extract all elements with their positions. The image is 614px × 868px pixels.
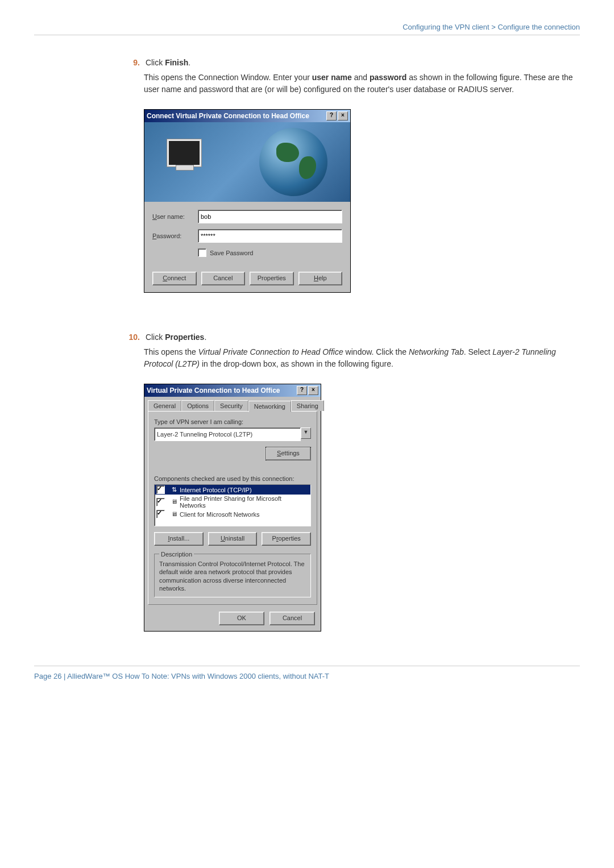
tcpip-label: Internet Protocol (TCP/IP) [180, 487, 252, 493]
properties-dialog-titlebar: Virtual Private Connection to Head Offic… [144, 384, 321, 397]
step-9-prefix: Click [146, 58, 165, 67]
step-9-body: This opens the Connection Window. Enter … [144, 72, 580, 95]
properties-dialog-title: Virtual Private Connection to Head Offic… [147, 387, 296, 394]
help-button[interactable]: Help [298, 272, 343, 285]
component-button-row: Install... Uninstall Properties [154, 532, 311, 546]
tab-sharing[interactable]: Sharing [291, 400, 324, 411]
networking-tab-content: Type of VPN server I am calling: Layer-2… [148, 411, 317, 605]
components-label: Components checked are used by this conn… [154, 475, 311, 482]
close-icon[interactable]: × [338, 111, 348, 121]
step-10-number: 10. [125, 333, 140, 342]
fileprint-label: File and Printer Sharing for Microsoft N… [180, 495, 309, 509]
step-10-body-b: Virtual Private Connection to Head Offic… [198, 347, 343, 356]
save-password-label: Save Password [210, 250, 253, 256]
tab-security[interactable]: Security [214, 400, 248, 411]
vpn-type-dropdown-row: Layer-2 Tunneling Protocol (L2TP) ▼ [154, 427, 311, 441]
vpn-type-dropdown[interactable]: Layer-2 Tunneling Protocol (L2TP) [154, 427, 301, 441]
username-label: User name: [152, 213, 198, 220]
step-10-body-e: . Select [464, 347, 493, 356]
password-label: Password: [152, 232, 198, 239]
step-9-heading: 9. Click Finish. [125, 58, 580, 67]
chevron-down-icon[interactable]: ▼ [301, 427, 311, 439]
service-icon: 🖥 [170, 498, 178, 506]
description-label: Description [159, 550, 194, 558]
tab-networking[interactable]: Networking [248, 401, 291, 412]
step-10-body-a: This opens the [144, 347, 198, 356]
step-10-body: This opens the Virtual Private Connectio… [144, 346, 580, 370]
connect-dialog-buttons: Connect Cancel Properties Help [144, 267, 350, 292]
step-10-suffix: . [204, 333, 206, 342]
properties-tabs: General Options Security Networking Shar… [144, 397, 321, 411]
step-10-bold: Properties [165, 333, 204, 342]
connect-dialog-body: User name: Password: Save Password [144, 202, 350, 267]
fileprint-checkbox[interactable] [156, 498, 165, 506]
properties-button[interactable]: Properties [250, 272, 294, 285]
client-label: Client for Microsoft Networks [180, 511, 260, 518]
settings-button[interactable]: Settings [265, 447, 311, 460]
ok-button[interactable]: OK [219, 612, 264, 625]
username-input[interactable] [198, 210, 342, 223]
vpn-type-label: Type of VPN server I am calling: [154, 418, 311, 425]
component-fileprint[interactable]: 🖥 File and Printer Sharing for Microsoft… [155, 495, 310, 509]
step-9-bold: Finish [165, 58, 188, 67]
client-checkbox[interactable] [156, 510, 165, 518]
cancel-button[interactable]: Cancel [201, 272, 246, 285]
connect-dialog-titlebar: Connect Virtual Private Connection to He… [144, 110, 350, 122]
close-icon[interactable]: × [308, 386, 318, 395]
install-button[interactable]: Install... [154, 532, 204, 546]
step-9-body-c: and [352, 73, 370, 82]
components-list[interactable]: ⇅ Internet Protocol (TCP/IP) 🖥 File and … [154, 484, 311, 526]
client-icon: 🖥 [170, 510, 178, 518]
save-password-checkbox[interactable] [198, 248, 206, 257]
properties-dialog: Virtual Private Connection to Head Offic… [144, 384, 321, 632]
password-input[interactable] [198, 229, 342, 243]
save-password-row[interactable]: Save Password [198, 248, 342, 257]
tab-options[interactable]: Options [181, 400, 214, 411]
breadcrumb: Configuring the VPN client > Configure t… [34, 23, 580, 35]
globe-icon [259, 128, 327, 196]
step-9-number: 9. [125, 58, 140, 67]
step-10-body-d: Networking Tab [409, 347, 464, 356]
connect-dialog: Connect Virtual Private Connection to He… [144, 109, 351, 293]
step-9-body-a: This opens the Connection Window. Enter … [144, 73, 312, 82]
connect-dialog-illustration [144, 122, 350, 202]
uninstall-button[interactable]: Uninstall [208, 532, 258, 546]
page-footer: Page 26 | AlliedWare™ OS How To Note: VP… [34, 666, 580, 680]
step-9-body-b: user name [312, 73, 352, 82]
step-9-suffix: . [188, 58, 190, 67]
description-text: Transmission Control Protocol/Internet P… [159, 560, 305, 592]
step-10-heading: 10. Click Properties. [125, 333, 580, 342]
cancel-button-2[interactable]: Cancel [269, 612, 315, 625]
description-groupbox: Description Transmission Control Protoco… [154, 554, 311, 597]
component-tcpip[interactable]: ⇅ Internet Protocol (TCP/IP) [155, 485, 310, 495]
tab-general[interactable]: General [148, 400, 181, 411]
tcpip-checkbox[interactable] [156, 485, 165, 494]
dialog-button-row: OK Cancel [144, 608, 321, 631]
connect-dialog-title: Connect Virtual Private Connection to He… [147, 112, 325, 120]
step-10-body-g: in the drop-down box, as shown in the fo… [200, 359, 393, 368]
connect-button[interactable]: Connect [152, 272, 197, 285]
network-protocol-icon: ⇅ [170, 486, 178, 494]
step-10-prefix: Click [146, 333, 165, 342]
component-client[interactable]: 🖥 Client for Microsoft Networks [155, 509, 310, 519]
help-icon[interactable]: ? [297, 386, 307, 395]
step-10-body-c: window. Click the [343, 347, 409, 356]
step-9-body-d: password [370, 73, 406, 82]
help-icon[interactable]: ? [326, 111, 337, 121]
component-properties-button[interactable]: Properties [262, 532, 311, 546]
monitor-icon [167, 139, 201, 167]
